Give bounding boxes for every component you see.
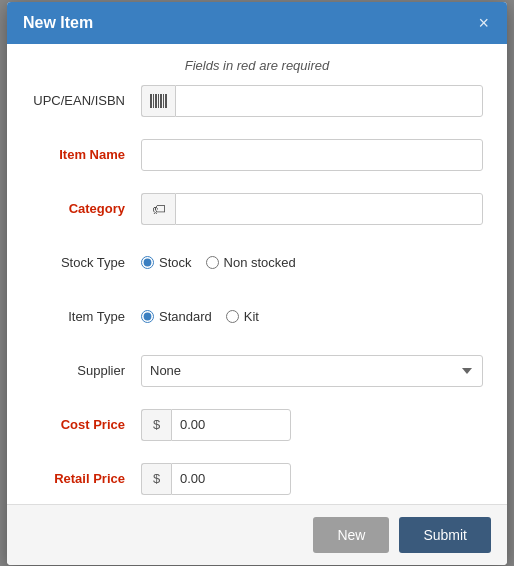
cost-price-row: Cost Price $ [31, 407, 483, 443]
standard-radio-text: Standard [159, 309, 212, 324]
close-button[interactable]: × [476, 14, 491, 32]
retail-price-row: Retail Price $ [31, 461, 483, 497]
modal-overlay: New Item × Fields in red are required UP… [0, 0, 514, 566]
modal-header: New Item × [7, 2, 507, 44]
upc-row: UPC/EAN/ISBN [31, 83, 483, 119]
item-name-label: Item Name [31, 147, 141, 162]
supplier-label: Supplier [31, 363, 141, 378]
svg-rect-2 [155, 94, 157, 108]
svg-rect-3 [158, 94, 159, 108]
item-name-input[interactable] [141, 139, 483, 171]
category-row: Category 🏷 [31, 191, 483, 227]
upc-label: UPC/EAN/ISBN [31, 93, 141, 108]
item-type-row: Item Type Standard Kit [31, 299, 483, 335]
category-input[interactable] [175, 193, 483, 225]
retail-price-label: Retail Price [31, 471, 141, 486]
item-type-label: Item Type [31, 309, 141, 324]
stock-radio-label[interactable]: Stock [141, 255, 192, 270]
retail-price-input[interactable] [171, 463, 291, 495]
form-section: UPC/EAN/ISBN [7, 83, 507, 497]
cost-price-currency: $ [141, 409, 171, 441]
stock-type-radio-group: Stock Non stocked [141, 255, 483, 270]
svg-rect-1 [153, 94, 154, 108]
stock-type-row: Stock Type Stock Non stocked [31, 245, 483, 281]
retail-price-currency: $ [141, 463, 171, 495]
supplier-row: Supplier None [31, 353, 483, 389]
submit-button[interactable]: Submit [399, 517, 491, 553]
new-item-modal: New Item × Fields in red are required UP… [7, 2, 507, 565]
kit-radio[interactable] [226, 310, 239, 323]
standard-radio[interactable] [141, 310, 154, 323]
svg-rect-6 [165, 94, 167, 108]
item-type-radio-group: Standard Kit [141, 309, 483, 324]
required-note: Fields in red are required [7, 44, 507, 83]
modal-footer: New Submit [7, 504, 507, 565]
non-stocked-radio-text: Non stocked [224, 255, 296, 270]
cost-price-input[interactable] [171, 409, 291, 441]
stock-type-label: Stock Type [31, 255, 141, 270]
non-stocked-radio[interactable] [206, 256, 219, 269]
svg-rect-4 [160, 94, 162, 108]
retail-price-wrapper: $ [141, 463, 291, 495]
stock-radio-text: Stock [159, 255, 192, 270]
svg-rect-5 [163, 94, 164, 108]
cost-price-label: Cost Price [31, 417, 141, 432]
new-button[interactable]: New [313, 517, 389, 553]
kit-radio-text: Kit [244, 309, 259, 324]
cost-price-wrapper: $ [141, 409, 291, 441]
stock-radio[interactable] [141, 256, 154, 269]
category-input-wrapper: 🏷 [141, 193, 483, 225]
tag-icon: 🏷 [141, 193, 175, 225]
svg-rect-0 [150, 94, 152, 108]
category-label: Category [31, 201, 141, 216]
modal-body: Fields in red are required UPC/EAN/ISBN [7, 44, 507, 504]
supplier-select[interactable]: None [141, 355, 483, 387]
non-stocked-radio-label[interactable]: Non stocked [206, 255, 296, 270]
item-name-row: Item Name [31, 137, 483, 173]
standard-radio-label[interactable]: Standard [141, 309, 212, 324]
upc-input-wrapper [141, 85, 483, 117]
kit-radio-label[interactable]: Kit [226, 309, 259, 324]
modal-title: New Item [23, 14, 93, 32]
barcode-icon [141, 85, 175, 117]
upc-input[interactable] [175, 85, 483, 117]
